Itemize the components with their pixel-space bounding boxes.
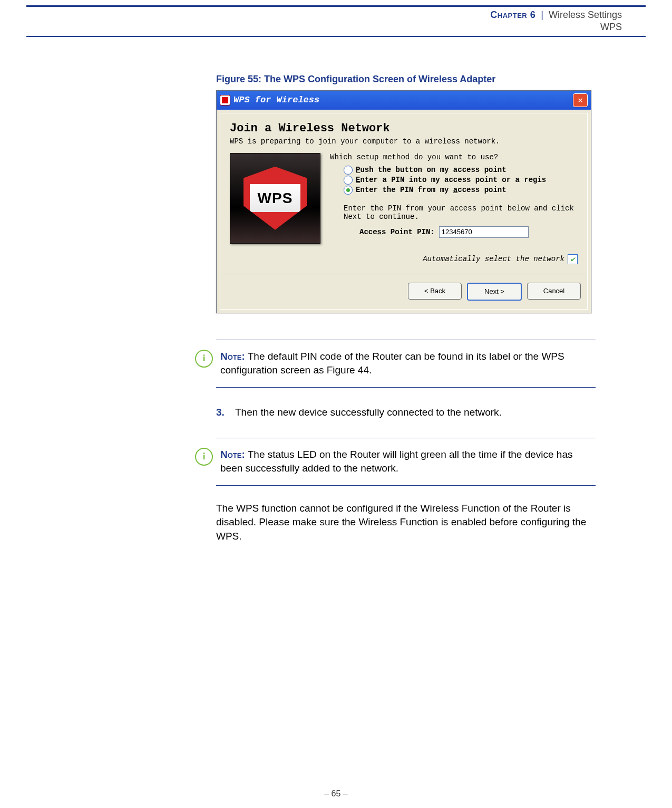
info-icon: i [195,448,213,466]
note-block: i Note: The status LED on the Router wil… [216,438,596,486]
step-text: Then the new device successfully connect… [235,406,502,420]
close-icon[interactable]: ✕ [573,93,588,107]
option-frompin-label-a: Enter the PIN from my [356,186,453,194]
header-rule-bottom [26,36,646,37]
back-button[interactable]: < Back [408,283,462,300]
header-separator: | [541,9,543,20]
header-subtitle: WPS [490,21,622,33]
option-enter-pin-ap[interactable]: Enter a PIN into my access point or a re… [344,176,578,185]
option-enterpin-label: nter a PIN into my access point or a reg… [360,176,546,184]
auto-select-checkbox[interactable]: ✔ [568,254,578,264]
wps-logo-text: WPS [258,190,293,207]
radio-icon [344,186,353,195]
page-number: – 65 – [0,789,672,799]
chapter-label: Chapter 6 [490,9,535,20]
wps-window: WPS for Wireless ✕ Join a Wireless Netwo… [216,90,591,313]
note-text: The default PIN code of the Router can b… [220,351,564,376]
auto-select-label: Automatically select the network [423,255,564,263]
note-block: i Note: The default PIN code of the Rout… [216,340,596,388]
figure-caption: Figure 55: The WPS Configuration Screen … [216,74,596,85]
cancel-button[interactable]: Cancel [527,283,581,300]
step-number: 3. [216,406,229,420]
next-button[interactable]: Next > [467,283,522,301]
header-title: Wireless Settings [549,9,622,20]
option-enter-pin-from-ap[interactable]: Enter the PIN from my access point [344,186,578,195]
window-title: WPS for Wireless [233,95,319,105]
body-paragraph: The WPS function cannot be configured if… [216,502,596,544]
pin-input[interactable] [439,226,529,238]
setup-question: Which setup method do you want to use? [330,153,578,161]
radio-icon [344,176,353,185]
option-push-button[interactable]: Push the button on my access point [344,166,578,175]
app-icon [220,95,230,105]
note-label: Note: [220,449,245,460]
page-header: Chapter 6 | Wireless Settings WPS [26,7,646,34]
pin-hint: Enter the PIN from your access point bel… [344,204,578,221]
window-titlebar: WPS for Wireless ✕ [217,91,591,110]
option-frompin-label-b: ccess point [457,186,506,194]
wizard-subheading: WPS is preparing to join your computer t… [230,137,578,146]
step-item: 3. Then the new device successfully conn… [216,406,596,420]
window-body: Join a Wireless Network WPS is preparing… [220,113,588,310]
note-text: The status LED on the Router will light … [220,449,573,474]
wizard-button-bar: < Back Next > Cancel [220,274,587,309]
wizard-heading: Join a Wireless Network [230,122,578,135]
wps-logo: WPS [230,153,320,244]
note-label: Note: [220,351,245,362]
info-icon: i [195,350,213,368]
pin-label: Access Point PIN: [359,228,435,236]
option-push-label: ush the button on my access point [360,166,506,174]
option-frompin-label-u: a [453,186,457,194]
radio-icon [344,166,353,175]
